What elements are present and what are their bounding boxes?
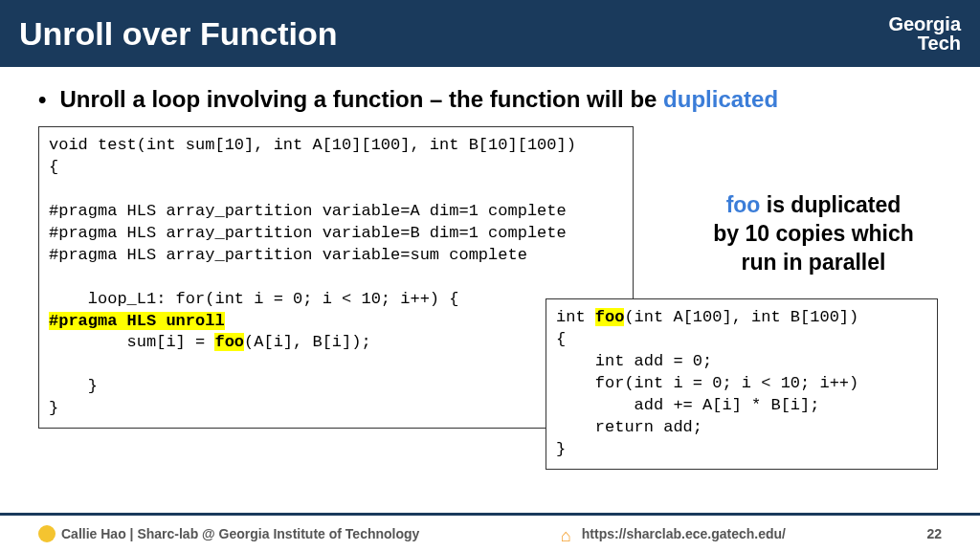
foo-def-highlight: foo xyxy=(595,308,625,326)
code-box-foo: int foo(int A[100], int B[100]) { int ad… xyxy=(546,298,938,470)
code-box-test: void test(int sum[10], int A[10][100], i… xyxy=(38,126,634,429)
home-icon xyxy=(561,526,576,541)
callout-text: foo is duplicated by 10 copies which run… xyxy=(670,191,957,277)
pragma-unroll-highlight: #pragma HLS unroll xyxy=(49,312,225,330)
slide-header: Unroll over Function Georgia Tech xyxy=(0,0,980,67)
slide-title: Unroll over Function xyxy=(19,15,337,53)
slide-content: • Unroll a loop involving a function – t… xyxy=(0,67,980,113)
highlight-duplicated: duplicated xyxy=(663,86,778,112)
bullet-dot: • xyxy=(38,86,46,113)
footer-url: https://sharclab.ece.gatech.edu/ xyxy=(561,526,786,541)
foo-call-highlight: foo xyxy=(214,333,244,351)
footer-author: Callie Hao | Sharc-lab @ Georgia Institu… xyxy=(38,525,419,542)
page-number: 22 xyxy=(926,526,942,541)
bee-icon xyxy=(38,525,56,542)
gt-logo: Georgia Tech xyxy=(888,14,961,53)
bullet-line: • Unroll a loop involving a function – t… xyxy=(38,86,942,113)
slide-footer: Callie Hao | Sharc-lab @ Georgia Institu… xyxy=(0,513,980,551)
